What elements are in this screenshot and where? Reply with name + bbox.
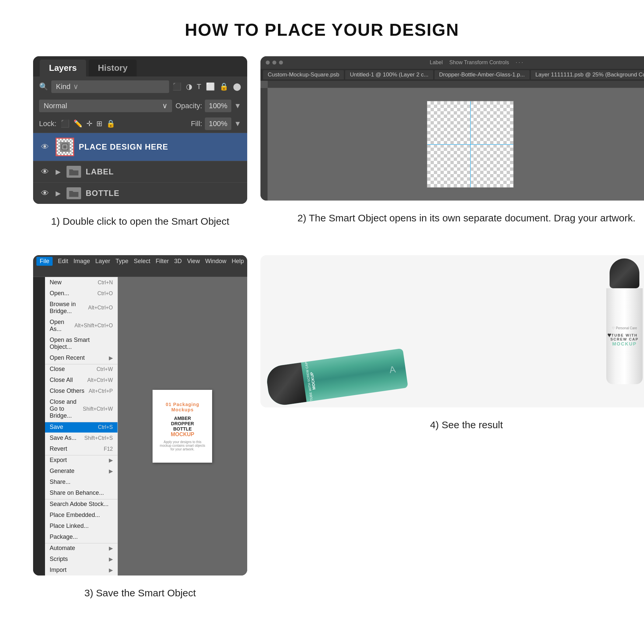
left-tool-panel	[33, 277, 45, 575]
menu-item-share-behance[interactable]: Share on Behance...	[45, 487, 117, 498]
menu-item-automate-arrow: ▶	[109, 545, 113, 551]
menu-item-package[interactable]: Package...	[45, 531, 117, 542]
lock-pixels-icon[interactable]: ⬛	[61, 119, 69, 128]
tube-white-brand: ♡ Personal Care	[612, 326, 637, 331]
layer-bottle-expand-icon[interactable]: ▶	[56, 189, 61, 197]
menu-item-bridge-label: Browse in Bridge...	[50, 301, 88, 315]
file-menu-content: New Ctrl+N Open... Ctrl+O Browse in Brid…	[33, 277, 247, 575]
menubar-window[interactable]: Window	[205, 258, 226, 265]
menu-item-open-as-shortcut: Alt+Shift+Ctrl+O	[74, 323, 113, 329]
menubar-3d[interactable]: 3D	[174, 258, 182, 265]
tube-teal-logo: A	[389, 364, 396, 375]
menu-item-close-bridge[interactable]: Close and Go to Bridge... Shift+Ctrl+W	[45, 396, 117, 421]
doc-numbering: 01 Packaging Mockups	[159, 402, 206, 412]
menu-item-generate-label: Generate	[50, 468, 74, 475]
type-filter-icon[interactable]: T	[197, 82, 201, 91]
tube-white: ♡ Personal Care TUBE WITHSCREW CAPMOCKUP	[603, 258, 644, 384]
layer-visibility-icon[interactable]: 👁	[39, 141, 51, 153]
layer-label-expand-icon[interactable]: ▶	[56, 168, 61, 176]
menu-item-save-as[interactable]: Save As... Shift+Ctrl+S	[45, 433, 117, 443]
menu-item-close-others[interactable]: Close Others Alt+Ctrl+P	[45, 386, 117, 396]
tab-history[interactable]: History	[89, 60, 137, 76]
menu-item-new[interactable]: New Ctrl+N	[45, 277, 117, 288]
layers-panel: Layers History 🔍 Kind ∨ ⬛ ◑ T ⬜ 🔒 ⬤	[33, 56, 247, 204]
step-3: File Edit Image Layer Type Select Filter…	[33, 255, 247, 600]
layer-label-visibility-icon[interactable]: 👁	[39, 166, 51, 178]
menu-item-scripts[interactable]: Scripts ▶	[45, 554, 117, 565]
menu-item-place-linked[interactable]: Place Linked...	[45, 521, 117, 531]
canvas-tab-3[interactable]: Dropper-Bottle-Amber-Glass-1.p...	[435, 70, 529, 79]
menu-item-generate[interactable]: Generate ▶	[45, 466, 117, 477]
menubar-edit[interactable]: Edit	[58, 258, 68, 265]
menubar-help[interactable]: Help	[232, 258, 244, 265]
layer-bottle-visibility-icon[interactable]: 👁	[39, 187, 51, 199]
more-filter-icon[interactable]: ⬤	[233, 82, 241, 91]
menu-item-export[interactable]: Export ▶	[45, 455, 117, 466]
smart-filter-icon[interactable]: 🔒	[219, 82, 228, 91]
menu-item-revert-shortcut: F12	[104, 446, 113, 452]
menu-item-close[interactable]: Close Ctrl+W	[45, 364, 117, 375]
guide-vertical	[470, 101, 471, 187]
canvas-tab-2[interactable]: Untitled-1 @ 100% (Layer 2 c...	[345, 70, 433, 79]
shape-filter-icon[interactable]: ⬜	[206, 82, 215, 91]
menu-item-save-shortcut: Ctrl+S	[98, 424, 113, 430]
menubar-filter[interactable]: Filter	[156, 258, 169, 265]
canvas-panel: Label Show Transform Controls · · · Cust…	[260, 56, 644, 201]
menu-item-bridge[interactable]: Browse in Bridge... Alt+Ctrl+O	[45, 299, 117, 317]
menu-item-scripts-label: Scripts	[50, 556, 68, 563]
lock-move-icon[interactable]: ✛	[86, 119, 92, 128]
blend-chevron-icon: ∨	[162, 102, 167, 110]
doc-heading1: AMBER	[174, 416, 191, 421]
lock-artboard-icon[interactable]: ⊞	[96, 119, 102, 128]
lock-all-icon[interactable]: 🔒	[106, 119, 115, 128]
menu-item-save-as-label: Save As...	[50, 435, 76, 441]
menu-item-open-smart[interactable]: Open as Smart Object...	[45, 335, 117, 352]
menu-item-scripts-arrow: ▶	[109, 556, 113, 562]
menubar-view[interactable]: View	[187, 258, 200, 265]
menu-item-new-label: New	[50, 279, 62, 286]
header-dot-3	[279, 61, 283, 65]
tube-white-cap	[610, 258, 639, 288]
menubar-image[interactable]: Image	[73, 258, 90, 265]
menu-item-place-embedded[interactable]: Place Embedded...	[45, 510, 117, 521]
menu-item-open-recent[interactable]: Open Recent ▶	[45, 352, 117, 363]
menu-item-share[interactable]: Share...	[45, 477, 117, 487]
pixel-filter-icon[interactable]: ⬛	[172, 82, 181, 91]
menu-item-save[interactable]: Save Ctrl+S	[45, 422, 117, 433]
lock-paint-icon[interactable]: ✏️	[73, 119, 82, 128]
menu-item-save-as-shortcut: Shift+Ctrl+S	[84, 435, 113, 441]
fill-value[interactable]: 100%	[205, 117, 231, 130]
tube-teal-text: TUBE WITH SCREW CAPMOCKUP	[304, 361, 318, 401]
step-4-caption: 4) See the result	[430, 417, 503, 432]
step-1-caption: 1) Double click to open the Smart Object	[51, 214, 229, 229]
menu-item-open-as[interactable]: Open As... Alt+Shift+Ctrl+O	[45, 317, 117, 335]
menubar-select[interactable]: Select	[134, 258, 150, 265]
menu-item-open[interactable]: Open... Ctrl+O	[45, 288, 117, 299]
canvas-tab-4[interactable]: Layer 1111111.psb @ 25% (Background Colo…	[531, 70, 644, 79]
tube-teal: TUBE WITH SCREW CAPMOCKUP A	[265, 348, 408, 407]
menu-item-package-label: Package...	[50, 533, 78, 540]
opacity-value[interactable]: 100%	[205, 100, 231, 112]
menu-item-close-all[interactable]: Close All Alt+Ctrl+W	[45, 375, 117, 386]
menubar-layer[interactable]: Layer	[95, 258, 110, 265]
layer-thumbnail-place-design	[56, 138, 74, 156]
canvas-tabs-bar[interactable]: Custom-Mockup-Square.psb Untitled-1 @ 10…	[260, 69, 644, 81]
menu-item-revert[interactable]: Revert F12	[45, 443, 117, 454]
menu-item-automate[interactable]: Automate ▶	[45, 543, 117, 554]
menu-item-stock-label: Search Adobe Stock...	[50, 501, 109, 508]
menubar: File Edit Image Layer Type Select Filter…	[33, 255, 247, 267]
filter-kind-dropdown[interactable]: Kind ∨	[51, 80, 169, 93]
menu-item-stock[interactable]: Search Adobe Stock...	[45, 499, 117, 510]
menubar-file[interactable]: File	[36, 257, 53, 266]
menubar-type[interactable]: Type	[115, 258, 128, 265]
layer-bottle[interactable]: 👁 ▶ BOTTLE	[33, 182, 247, 204]
canvas-tab-1[interactable]: Custom-Mockup-Square.psb	[263, 70, 344, 79]
layer-label[interactable]: 👁 ▶ LABEL	[33, 161, 247, 182]
blend-mode-dropdown[interactable]: Normal ∨	[39, 100, 172, 112]
layer-place-design[interactable]: 👁 PLACE DESIGN HERE	[33, 133, 247, 161]
menu-item-import[interactable]: Import ▶	[45, 565, 117, 575]
tab-layers[interactable]: Layers	[40, 60, 86, 76]
canvas-header-text-1: Label	[430, 60, 443, 66]
menu-item-generate-arrow: ▶	[109, 468, 113, 474]
adjustment-filter-icon[interactable]: ◑	[186, 82, 192, 91]
